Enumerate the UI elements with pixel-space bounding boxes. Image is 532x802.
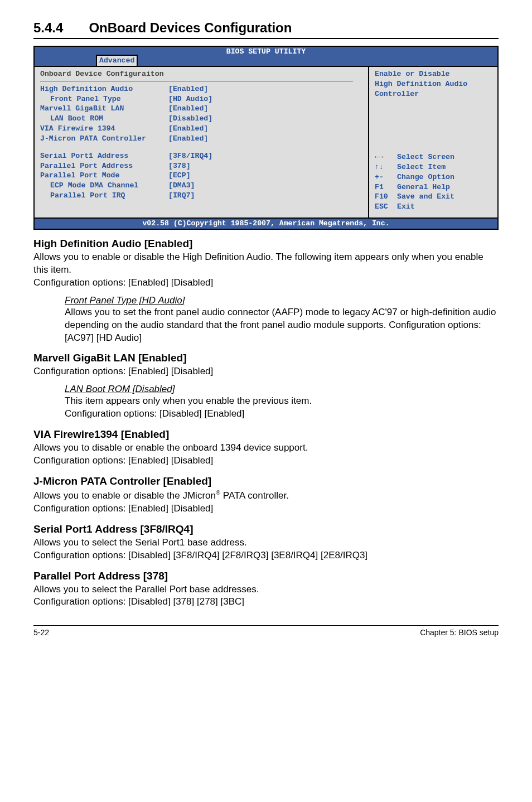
bios-setting-row: Serial Port1 Address[3F8/IRQ4]	[40, 151, 362, 161]
sub-setting-block: LAN Boot ROM [Disabled]This item appears…	[33, 384, 499, 421]
bios-header: BIOS SETUP UTILITY Advanced	[35, 47, 497, 67]
bios-setting-value: [Enabled]	[168, 124, 208, 134]
bios-setting-value: [Enabled]	[168, 104, 208, 114]
bios-setting-row: Parallel Port Address[378]	[40, 161, 362, 171]
setting-heading: Parallel Port Address [378]	[33, 570, 499, 582]
bios-setting-row: VIA Firewire 1394[Enabled]	[40, 124, 362, 134]
bios-help-desc: General Help	[397, 182, 450, 192]
bios-setting-value: [Enabled]	[168, 84, 208, 94]
bios-setting-label: ECP Mode DMA Channel	[40, 181, 168, 191]
bios-setting-value: [Enabled]	[168, 134, 208, 144]
bios-setting-row: Parallel Port IRQ[IRQ7]	[40, 191, 362, 201]
bios-setting-row: J-Micron PATA Controller[Enabled]	[40, 134, 362, 144]
bios-setting-row: Parallel Port Mode[ECP]	[40, 171, 362, 181]
bios-rows-group2: Serial Port1 Address[3F8/IRQ4]Parallel P…	[40, 151, 362, 201]
sub-setting-description: This item appears only when you enable t…	[65, 395, 499, 421]
bios-setting-label: LAN Boot ROM	[40, 114, 168, 124]
bios-help-key: ↑↓	[375, 162, 397, 172]
bios-panel-title: Onboard Device Configuraiton	[40, 69, 362, 79]
sub-setting-heading: LAN Boot ROM [Disabled]	[65, 384, 499, 395]
bios-setting-value: [ECP]	[168, 171, 191, 181]
bios-setting-row: Marvell GigaBit LAN[Enabled]	[40, 104, 362, 114]
bios-setting-label: Parallel Port IRQ	[40, 191, 168, 201]
bios-separator	[40, 81, 353, 81]
bios-help-key-row: ↑↓Select Item	[375, 162, 492, 172]
setting-heading: Serial Port1 Address [3F8/IRQ4]	[33, 523, 499, 535]
bios-help-key: ESC	[375, 202, 397, 212]
page-footer: 5-22 Chapter 5: BIOS setup	[33, 625, 499, 637]
setting-heading: Marvell GigaBit LAN [Enabled]	[33, 352, 499, 364]
bios-left-panel: Onboard Device Configuraiton High Defini…	[35, 67, 369, 218]
bios-help-key-row: F1General Help	[375, 182, 492, 192]
bios-help-desc: Select Item	[397, 162, 446, 172]
setting-heading: High Definition Audio [Enabled]	[33, 238, 499, 250]
bios-help-key: +-	[375, 172, 397, 182]
bios-setting-value: [3F8/IRQ4]	[168, 151, 212, 161]
bios-help-key: ←→	[375, 152, 397, 162]
setting-heading: VIA Firewire1394 [Enabled]	[33, 428, 499, 441]
bios-help-text: Enable or DisableHigh Definition AudioCo…	[375, 69, 492, 99]
bios-right-panel: Enable or DisableHigh Definition AudioCo…	[369, 67, 497, 218]
bios-help-key-row: ESCExit	[375, 202, 492, 212]
bios-setting-row: ECP Mode DMA Channel[DMA3]	[40, 181, 362, 191]
bios-setting-row: High Definition Audio[Enabled]	[40, 84, 362, 94]
bios-setting-value: [378]	[168, 161, 191, 171]
page-number: 5-22	[33, 628, 49, 637]
setting-description: Allows you to select the Parallel Port b…	[33, 583, 499, 609]
bios-setting-value: [HD Audio]	[168, 94, 212, 104]
sub-setting-block: Front Panel Type [HD Audio]Allows you to…	[33, 295, 499, 345]
bios-setting-label: Front Panel Type	[40, 94, 168, 104]
setting-description: Allows you to enable or disable the JMic…	[33, 489, 499, 515]
bios-help-key: F10	[375, 192, 397, 202]
bios-help-desc: Change Option	[397, 172, 454, 182]
section-heading: 5.4.4OnBoard Devices Configuration	[33, 20, 499, 39]
bios-footer: v02.58 (C)Copyright 1985-2007, American …	[35, 218, 497, 229]
bios-help-desc: Save and Exit	[397, 192, 454, 202]
bios-rows-group1: High Definition Audio[Enabled]Front Pane…	[40, 84, 362, 144]
bios-setting-label: High Definition Audio	[40, 84, 168, 94]
setting-heading: J-Micron PATA Controller [Enabled]	[33, 475, 499, 487]
bios-screenshot: BIOS SETUP UTILITY Advanced Onboard Devi…	[33, 46, 499, 230]
bios-setting-label: Serial Port1 Address	[40, 151, 168, 161]
bios-setting-label: Parallel Port Mode	[40, 171, 168, 181]
bios-setting-value: [Disabled]	[168, 114, 212, 124]
chapter-label: Chapter 5: BIOS setup	[420, 628, 499, 637]
bios-setting-row: Front Panel Type[HD Audio]	[40, 94, 362, 104]
setting-description: Configuration options: [Enabled] [Disabl…	[33, 365, 499, 378]
setting-description: Allows you to select the Serial Port1 ba…	[33, 537, 499, 562]
bios-setting-label: VIA Firewire 1394	[40, 124, 168, 134]
setting-description: Allows you to enable or disable the High…	[33, 251, 499, 289]
bios-help-desc: Exit	[397, 202, 415, 212]
section-number: 5.4.4	[33, 20, 63, 35]
bios-help-key-row: F10Save and Exit	[375, 192, 492, 202]
bios-tab-advanced: Advanced	[96, 55, 138, 66]
bios-setting-label: J-Micron PATA Controller	[40, 134, 168, 144]
setting-description: Allows you to disable or enable the onbo…	[33, 442, 499, 467]
bios-help-desc: Select Screen	[397, 152, 454, 162]
bios-setting-label: Marvell GigaBit LAN	[40, 104, 168, 114]
sub-setting-heading: Front Panel Type [HD Audio]	[65, 295, 499, 306]
bios-help-key-row: ←→Select Screen	[375, 152, 492, 162]
bios-help-key-row: +-Change Option	[375, 172, 492, 182]
section-title-text: OnBoard Devices Configuration	[89, 20, 292, 35]
bios-help-key: F1	[375, 182, 397, 192]
bios-setting-label: Parallel Port Address	[40, 161, 168, 171]
bios-key-help: ←→Select Screen↑↓Select Item+-Change Opt…	[375, 152, 492, 212]
bios-setting-row: LAN Boot ROM[Disabled]	[40, 114, 362, 124]
bios-setting-value: [DMA3]	[168, 181, 195, 191]
sub-setting-description: Allows you to set the front panel audio …	[65, 306, 499, 345]
bios-setting-value: [IRQ7]	[168, 191, 195, 201]
